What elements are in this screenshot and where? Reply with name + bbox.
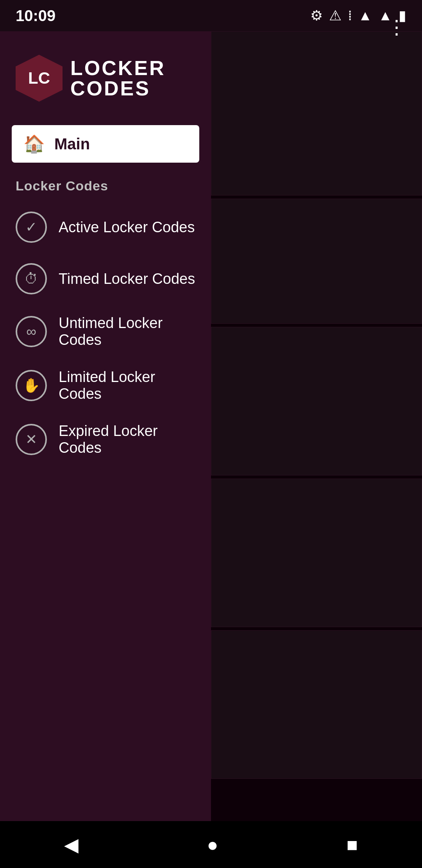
nav-item-expired[interactable]: ✕ Expired Locker Codes [0, 412, 211, 466]
logo-codes-text: CODES [70, 78, 166, 99]
status-time: 10:09 [16, 7, 55, 25]
nav-item-active[interactable]: ✓ Active Locker Codes [0, 201, 211, 253]
section-header: Locker Codes [0, 170, 211, 197]
logo-area: LC LOCKER CODES [0, 31, 211, 117]
logo-hexagon: LC [16, 55, 63, 102]
limited-label: Limited Locker Codes [59, 369, 195, 402]
main-menu-item[interactable]: 🏠 Main [12, 125, 199, 163]
recents-button[interactable]: ■ [339, 826, 366, 863]
background-panels [211, 0, 422, 868]
expired-icon: ✕ [16, 424, 47, 455]
dots-icon: ⁞ [348, 7, 352, 24]
nav-items-list: ✓ Active Locker Codes ⏱ Timed Locker Cod… [0, 197, 211, 470]
logo-initials: LC [28, 70, 50, 86]
active-icon: ✓ [16, 212, 47, 243]
expired-label: Expired Locker Codes [59, 423, 195, 456]
more-options-icon: ⋮ [387, 16, 406, 38]
nav-item-timed[interactable]: ⏱ Timed Locker Codes [0, 253, 211, 305]
warning-icon: ⚠ [329, 7, 342, 24]
bottom-nav-bar: ◀ ● ■ [0, 821, 422, 868]
status-bar: 10:09 ⚙ ⚠ ⁞ ▲ ▲ ▮ [0, 0, 422, 31]
bg-panel-1 [211, 31, 422, 195]
active-label: Active Locker Codes [59, 219, 195, 236]
limited-icon: ✋ [16, 370, 47, 401]
signal-icon: ▲ [358, 7, 372, 24]
settings-icon: ⚙ [310, 7, 323, 24]
logo-container: LC LOCKER CODES [16, 55, 195, 102]
logo-locker-text: LOCKER [70, 58, 166, 78]
home-icon: 🏠 [23, 134, 45, 154]
home-button[interactable]: ● [199, 826, 226, 863]
navigation-drawer: LC LOCKER CODES 🏠 Main Locker Codes ✓ Ac… [0, 0, 211, 868]
back-button[interactable]: ◀ [56, 826, 86, 863]
nav-item-untimed[interactable]: ∞ Untimed Locker Codes [0, 305, 211, 359]
bg-panel-3 [211, 327, 422, 475]
bg-panel-4 [211, 479, 422, 627]
untimed-label: Untimed Locker Codes [59, 315, 195, 348]
main-label: Main [54, 135, 90, 153]
timed-icon: ⏱ [16, 263, 47, 294]
section-title: Locker Codes [16, 178, 108, 193]
logo-text-block: LOCKER CODES [70, 58, 166, 99]
bg-panel-2 [211, 199, 422, 324]
more-options-button[interactable]: ⋮ [379, 8, 414, 46]
untimed-icon: ∞ [16, 316, 47, 347]
bg-panel-5 [211, 630, 422, 779]
timed-label: Timed Locker Codes [59, 271, 195, 287]
nav-item-limited[interactable]: ✋ Limited Locker Codes [0, 359, 211, 412]
